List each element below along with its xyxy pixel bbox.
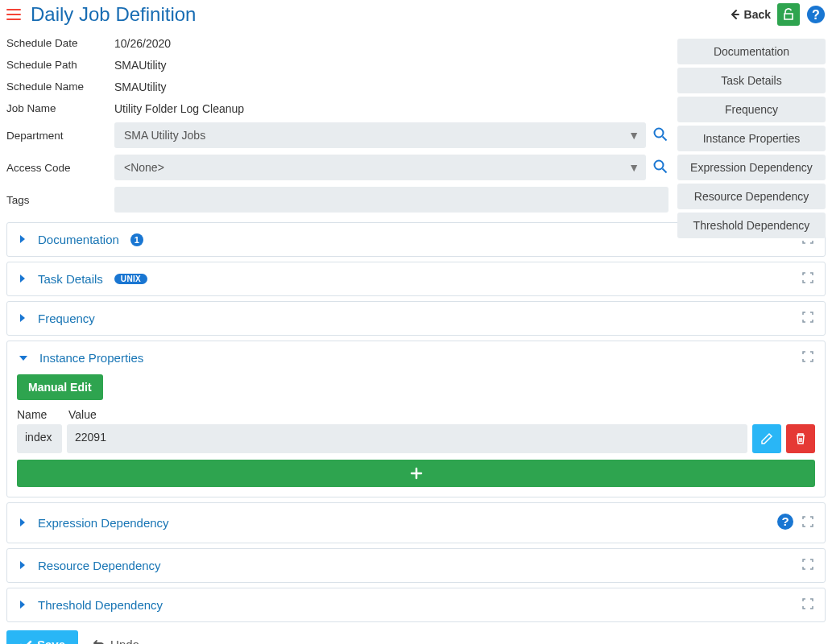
manual-edit-button[interactable]: Manual Edit	[17, 374, 103, 400]
back-label: Back	[744, 8, 771, 21]
panel-title: Task Details	[38, 272, 103, 286]
department-select[interactable]: SMA Utility Jobs ▼	[114, 122, 646, 148]
property-name[interactable]: index	[17, 424, 62, 453]
access-code-select[interactable]: <None> ▼	[114, 155, 646, 180]
add-property-button[interactable]	[17, 460, 815, 487]
undo-icon	[93, 638, 106, 645]
page-header: Daily Job Definition Back ?	[0, 0, 832, 29]
schedule-path-value: SMAUtility	[114, 59, 167, 72]
expand-icon[interactable]	[802, 351, 813, 365]
svg-point-2	[655, 128, 664, 137]
caret-down-icon: ▼	[628, 129, 640, 142]
unlock-button[interactable]	[777, 3, 800, 26]
instance-properties-body: Manual Edit Name Value index 22091	[7, 374, 825, 497]
svg-text:?: ?	[781, 514, 789, 528]
panel-expression-dependency: Expression Dependency ?	[6, 502, 826, 543]
schedule-path-label: Schedule Path	[6, 59, 114, 71]
chevron-right-icon	[19, 517, 27, 530]
nav-frequency[interactable]: Frequency	[677, 97, 826, 122]
property-columns: Name Value	[17, 408, 815, 421]
chevron-right-icon	[19, 233, 27, 246]
nav-expression-dependency[interactable]: Expression Dependency	[677, 155, 826, 180]
delete-property-button[interactable]	[786, 424, 815, 453]
department-label: Department	[6, 130, 114, 142]
expand-icon[interactable]	[802, 559, 813, 572]
search-icon	[652, 126, 668, 142]
panel-title: Documentation	[38, 233, 119, 246]
schedule-date-label: Schedule Date	[6, 37, 114, 49]
expand-icon[interactable]	[802, 598, 813, 612]
panel-title: Threshold Dependency	[38, 598, 163, 612]
tags-label: Tags	[6, 194, 114, 206]
schedule-date-value: 10/26/2020	[114, 37, 171, 50]
chevron-right-icon	[19, 599, 27, 612]
department-search-button[interactable]	[652, 126, 668, 145]
edit-property-button[interactable]	[752, 424, 781, 453]
panel-title: Expression Dependency	[38, 516, 169, 530]
help-button[interactable]: ?	[806, 5, 826, 24]
help-icon: ?	[806, 5, 826, 24]
pencil-icon	[760, 432, 773, 445]
panel-threshold-dependency: Threshold Dependency	[6, 588, 826, 622]
save-button[interactable]: Save	[6, 630, 78, 644]
tags-input[interactable]	[114, 187, 668, 213]
panel-title: Frequency	[38, 312, 95, 325]
chevron-right-icon	[19, 273, 27, 286]
chevron-right-icon	[19, 312, 27, 325]
col-value-header: Value	[68, 408, 97, 421]
expand-icon[interactable]	[802, 312, 813, 325]
job-form: Schedule Date 10/26/2020 Schedule Path S…	[0, 29, 675, 219]
nav-threshold-dependency[interactable]: Threshold Dependency	[677, 213, 826, 238]
panel-frequency: Frequency	[6, 301, 826, 336]
panel-help-button[interactable]: ?	[776, 513, 794, 533]
help-icon: ?	[776, 513, 794, 530]
arrow-left-icon	[728, 8, 741, 21]
page-title: Daily Job Definition	[31, 3, 196, 26]
nav-task-details[interactable]: Task Details	[677, 68, 826, 93]
platform-badge: UNIX	[114, 274, 147, 284]
count-badge: 1	[130, 233, 143, 246]
job-name-label: Job Name	[6, 102, 114, 114]
undo-label: Undo	[110, 638, 139, 644]
access-code-search-button[interactable]	[652, 159, 668, 177]
hamburger-menu-icon[interactable]	[6, 7, 21, 22]
chevron-right-icon	[19, 559, 27, 572]
property-value[interactable]: 22091	[67, 424, 747, 453]
svg-text:?: ?	[812, 8, 820, 22]
panel-title: Instance Properties	[39, 351, 143, 365]
footer-actions: Save Undo	[0, 622, 832, 644]
section-nav: Documentation Task Details Frequency Ins…	[677, 39, 826, 238]
panel-title: Resource Dependency	[38, 559, 161, 572]
panel-instance-properties-header[interactable]: Instance Properties	[7, 341, 825, 374]
trash-icon	[794, 432, 807, 445]
schedule-name-value: SMAUtility	[114, 80, 167, 93]
check-icon	[19, 638, 32, 645]
undo-button[interactable]: Undo	[93, 638, 139, 644]
panel-task-details: Task Details UNIX	[6, 262, 826, 296]
access-code-value: <None>	[124, 161, 164, 174]
access-code-label: Access Code	[6, 162, 114, 174]
schedule-name-label: Schedule Name	[6, 80, 114, 93]
job-name-value: Utility Folder Log Cleanup	[114, 102, 244, 115]
expand-icon[interactable]	[802, 516, 813, 530]
caret-down-icon: ▼	[628, 161, 640, 174]
nav-instance-properties[interactable]: Instance Properties	[677, 126, 826, 151]
plus-icon	[410, 467, 423, 480]
svg-point-3	[655, 160, 664, 169]
panel-threshold-dependency-header[interactable]: Threshold Dependency	[7, 588, 825, 621]
back-button[interactable]: Back	[728, 8, 771, 21]
col-name-header: Name	[17, 408, 62, 421]
expand-icon[interactable]	[802, 272, 813, 286]
panel-expression-dependency-header[interactable]: Expression Dependency ?	[7, 503, 825, 543]
panel-resource-dependency-header[interactable]: Resource Dependency	[7, 549, 825, 582]
chevron-down-icon	[19, 352, 28, 365]
panel-frequency-header[interactable]: Frequency	[7, 302, 825, 335]
panels-container: Documentation 1 Task Details UNIX	[0, 222, 832, 622]
unlock-icon	[782, 8, 795, 21]
panel-instance-properties: Instance Properties Manual Edit Name Val…	[6, 341, 826, 497]
nav-documentation[interactable]: Documentation	[677, 39, 826, 64]
panel-task-details-header[interactable]: Task Details UNIX	[7, 262, 825, 295]
save-label: Save	[37, 638, 65, 644]
panel-resource-dependency: Resource Dependency	[6, 548, 826, 583]
nav-resource-dependency[interactable]: Resource Dependency	[677, 184, 826, 209]
